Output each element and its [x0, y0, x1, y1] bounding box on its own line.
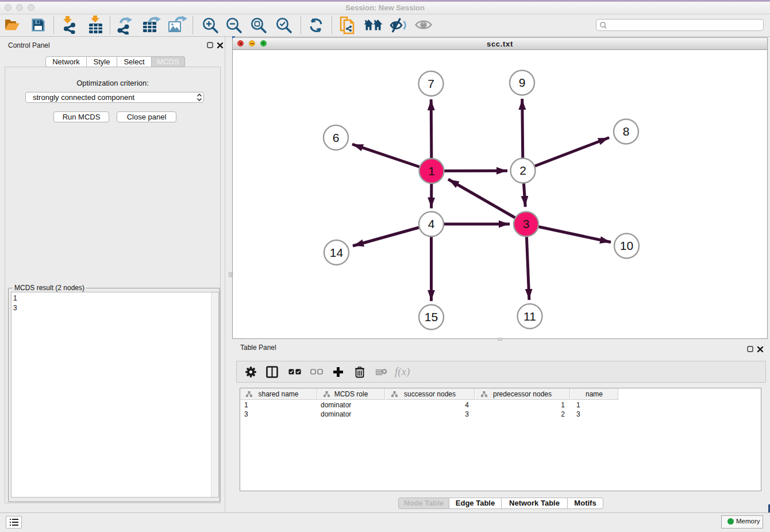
svg-text:3: 3: [523, 217, 530, 230]
svg-text:11: 11: [523, 310, 536, 323]
svg-text:15: 15: [425, 310, 438, 323]
svg-text:2: 2: [519, 164, 526, 177]
svg-text:1: 1: [428, 164, 435, 178]
svg-text:9: 9: [519, 76, 526, 89]
svg-text:10: 10: [620, 239, 633, 252]
svg-text:8: 8: [623, 125, 630, 138]
svg-text:7: 7: [428, 77, 434, 90]
svg-text:6: 6: [333, 131, 340, 144]
svg-text:14: 14: [330, 246, 344, 259]
svg-text:4: 4: [428, 217, 435, 230]
